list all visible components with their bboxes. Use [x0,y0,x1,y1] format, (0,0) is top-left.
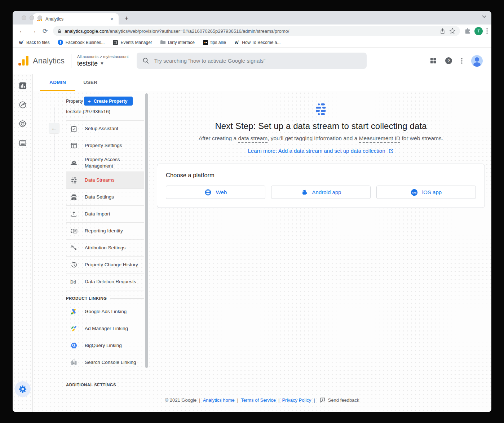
sidebar-item-ad-manager-linking[interactable]: Ad Manager Linking [66,320,144,337]
explore-nav-icon[interactable] [18,100,27,110]
menu-item-label: Data Deletion Requests [85,279,136,285]
sidebar-item-data-settings[interactable]: Data Settings [66,189,144,206]
data-stream-term[interactable]: data stream [238,135,268,143]
menu-item-label: Attribution Settings [85,245,125,251]
bookmark-how-to-become[interactable]: w' How To Become a... [234,40,280,45]
android-app-platform-button[interactable]: Android app [271,186,371,199]
sidebar-item-attribution-settings[interactable]: Attribution Settings [66,240,144,257]
w-logo-icon: w' [234,40,240,45]
menu-item-label: Setup Assistant [85,125,118,132]
bookmark-back-to-files[interactable]: w' Back to files [18,40,50,45]
panel-divider [66,118,144,118]
header-kebab-icon[interactable] [461,58,463,64]
svg-text:iOS: iOS [412,191,417,194]
apps-grid-icon[interactable] [430,58,436,64]
reports-nav-icon[interactable] [18,81,27,90]
browser-tab-analytics[interactable]: Analytics × [33,13,119,25]
learn-more-link[interactable]: Learn more: Add a data stream and set up… [150,148,491,154]
svg-text:Dd: Dd [70,280,76,285]
selected-property-name[interactable]: testsite (297936516) [66,109,110,114]
send-feedback-link[interactable]: Send feedback [328,397,359,403]
bookmark-star-icon[interactable] [449,28,456,34]
window-controls[interactable] [22,15,42,20]
tab-admin[interactable]: ADMIN [49,74,66,91]
analytics-logo[interactable]: Analytics [18,55,65,66]
reload-icon[interactable]: ⟳ [40,26,50,36]
sidebar-item-property-change-history[interactable]: Property Change History [66,257,144,273]
external-link-icon [388,148,394,154]
tab-title: Analytics [45,17,109,22]
ad-manager-icon [70,325,78,332]
bookmark-label: Dirty interface [168,40,195,45]
account-avatar[interactable] [471,55,483,67]
bookmark-dirty-interface[interactable]: Dirty interface [160,40,195,45]
address-bar[interactable]: analytics.google.com/analytics/web/provi… [53,26,460,36]
plus-icon: + [88,98,91,104]
advertising-nav-icon[interactable] [18,119,27,129]
new-tab-button[interactable]: + [121,13,132,23]
sidebar-item-bigquery-linking[interactable]: BigQuery Linking [66,337,144,354]
ios-app-platform-button[interactable]: iOS iOS app [376,186,476,199]
extensions-puzzle-icon[interactable] [464,28,471,34]
measurement-id-term[interactable]: Measurement ID [359,135,401,143]
bookmarks-bar: w' Back to files f Facebook Busines... E… [13,37,491,48]
zoom-window-button[interactable] [37,15,42,20]
bookmark-facebook-business[interactable]: f Facebook Busines... [58,40,105,45]
sidebar-item-property-settings[interactable]: Property Settings [66,137,144,154]
share-icon[interactable] [439,28,446,34]
sidebar-item-data-deletion-requests[interactable]: Dd Data Deletion Requests [66,273,144,290]
collapse-panel-button[interactable]: ← [49,123,59,134]
sidebar-item-property-access-management[interactable]: Property Access Management [66,154,144,172]
sidebar-item-data-import[interactable]: Data Import [66,206,144,223]
sidebar-item-reporting-identity[interactable]: Reporting Identity [66,223,144,240]
configure-nav-icon[interactable] [18,138,27,148]
browser-menu-kebab-icon[interactable] [486,28,488,34]
bookmark-events-manager[interactable]: Events Manager [112,40,152,45]
browser-tab-strip: Analytics × + [13,11,491,25]
close-window-button[interactable] [22,15,26,20]
minimize-window-button[interactable] [30,15,34,20]
bookmark-label: Back to files [26,40,50,45]
back-icon[interactable]: ← [17,26,27,36]
data-stream-icon [314,103,328,116]
menu-item-label: Property Change History [85,262,138,268]
browser-toolbar: ← → ⟳ analytics.google.com/analytics/web… [13,25,491,37]
copyright: © 2021 Google [165,397,197,403]
panel-scrollbar[interactable] [145,93,148,368]
sidebar-item-search-console-linking[interactable]: Search Console Linking [66,354,144,371]
search-console-icon [70,359,78,366]
footer-link-privacy[interactable]: Privacy Policy [282,397,311,403]
help-icon[interactable]: ? [445,57,452,64]
sidebar-item-google-ads-linking[interactable]: Google Ads Linking [66,303,144,320]
browser-profile-avatar[interactable]: T [474,27,483,35]
admin-gear-icon[interactable] [15,381,31,397]
data-streams-icon [70,177,78,184]
choose-platform-card: Choose a platform Web Android app [157,164,485,208]
footer-link-analytics-home[interactable]: Analytics home [203,397,235,403]
menu-item-label: Google Ads Linking [85,308,127,315]
property-settings-icon [70,142,78,149]
admin-user-tabs: ADMIN USER [33,74,491,91]
people-icon [70,159,78,166]
product-name: Analytics [33,56,65,66]
forward-icon[interactable]: → [29,26,38,36]
sidebar-item-setup-assistant[interactable]: Setup Assistant [66,120,144,137]
tab-user[interactable]: USER [83,74,97,91]
account-picker[interactable]: All accounts > mytestaccount testsite▼ [77,54,129,67]
close-tab-icon[interactable]: × [109,16,115,22]
bookmark-tips-allie[interactable]: tips allie [203,40,226,45]
create-property-button[interactable]: +Create Property [84,97,133,106]
web-platform-button[interactable]: Web [166,186,265,199]
url-text: analytics.google.com/analytics/web/provi… [65,28,436,34]
promo-title: Next Step: Set up a data stream to start… [150,121,491,131]
menu-item-label: Property Settings [85,142,122,149]
chevron-down-icon: ▼ [100,61,104,66]
sidebar-item-data-streams[interactable]: Data Streams [66,172,144,189]
footer-link-terms[interactable]: Terms of Service [241,397,276,403]
data-stream-promo: Next Step: Set up a data stream to start… [150,91,491,208]
search-bar[interactable] [137,53,367,69]
upload-icon [70,210,78,218]
tab-search-chevron-icon[interactable] [482,15,486,18]
dd-icon: Dd [70,278,78,285]
search-input[interactable] [154,58,361,64]
